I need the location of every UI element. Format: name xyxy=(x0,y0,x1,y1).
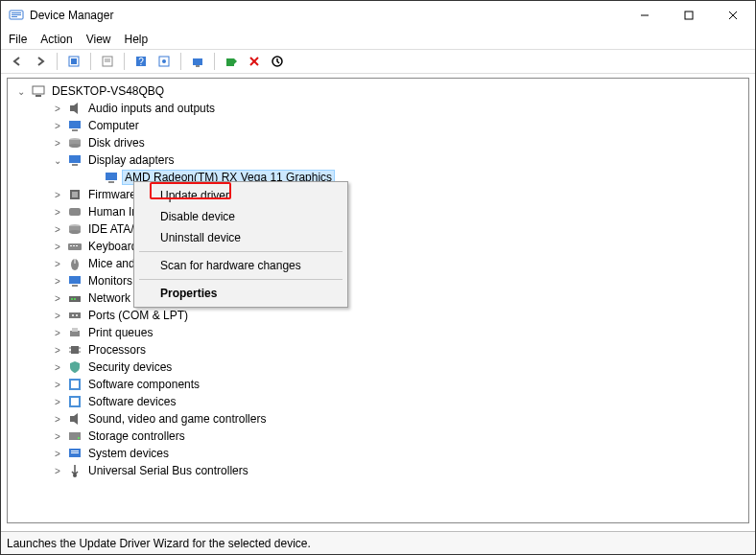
svg-rect-19 xyxy=(226,58,234,66)
update-driver-button[interactable] xyxy=(221,51,242,72)
chevron-right-icon[interactable]: > xyxy=(52,414,63,425)
tree-item[interactable]: >Print queues xyxy=(52,324,748,341)
tree-item[interactable]: >Computer xyxy=(52,117,748,134)
toolbar: ? xyxy=(1,49,755,74)
speaker-icon xyxy=(67,411,83,427)
tree-item[interactable]: >Disk drives xyxy=(52,134,748,151)
chevron-right-icon[interactable]: > xyxy=(52,224,63,235)
chevron-right-icon[interactable]: > xyxy=(52,293,63,304)
tree-item[interactable]: >Ports (COM & LPT) xyxy=(52,307,748,324)
action-button[interactable] xyxy=(154,51,175,72)
chevron-right-icon[interactable]: > xyxy=(52,345,63,356)
svg-rect-57 xyxy=(71,346,79,354)
tree-item-label: Software devices xyxy=(86,395,177,408)
svg-rect-23 xyxy=(33,86,44,94)
chevron-right-icon[interactable]: > xyxy=(52,362,63,373)
properties-button[interactable] xyxy=(97,51,118,72)
chevron-right-icon[interactable]: > xyxy=(52,138,63,149)
tree-item-label: Print queues xyxy=(86,326,154,339)
status-bar: Launches the Update Driver Wizard for th… xyxy=(1,531,755,554)
disable-button[interactable] xyxy=(267,51,288,72)
tree-item-label: Security devices xyxy=(86,360,174,374)
minimize-button[interactable] xyxy=(623,1,667,30)
svg-rect-65 xyxy=(71,398,79,405)
show-hidden-button[interactable] xyxy=(63,51,84,72)
tree-item-label: Processors xyxy=(86,343,148,357)
svg-rect-47 xyxy=(69,276,81,284)
tree-item[interactable]: >Software components xyxy=(52,376,748,393)
svg-rect-41 xyxy=(68,243,82,250)
chevron-right-icon[interactable]: > xyxy=(52,259,63,269)
context-scan-hardware[interactable]: Scan for hardware changes xyxy=(137,255,344,276)
tree-item[interactable]: >Software devices xyxy=(52,393,748,410)
status-text: Launches the Update Driver Wizard for th… xyxy=(7,537,311,550)
help-button[interactable]: ? xyxy=(130,51,152,72)
tree-item-label: Firmware xyxy=(86,188,138,201)
system-icon xyxy=(67,446,83,461)
tree-item-label: Computer xyxy=(86,119,141,132)
svg-rect-36 xyxy=(72,192,78,197)
chevron-right-icon[interactable]: > xyxy=(52,328,63,338)
port-icon xyxy=(67,308,83,323)
context-uninstall-device[interactable]: Uninstall device xyxy=(137,227,344,248)
menu-view[interactable]: View xyxy=(86,33,111,46)
chevron-right-icon[interactable]: > xyxy=(52,121,63,131)
chevron-down-icon[interactable]: ⌄ xyxy=(15,86,27,97)
chevron-right-icon[interactable]: > xyxy=(52,466,63,476)
chevron-right-icon[interactable]: > xyxy=(52,449,63,459)
tree-item[interactable]: >Processors xyxy=(52,341,748,358)
svg-rect-5 xyxy=(685,12,693,19)
svg-rect-18 xyxy=(196,65,200,67)
chevron-right-icon[interactable]: > xyxy=(52,104,63,114)
back-button[interactable] xyxy=(7,51,28,72)
context-separator xyxy=(139,279,343,280)
tree-item[interactable]: ⌄Display adapters xyxy=(52,151,748,169)
network-icon xyxy=(67,290,83,306)
svg-rect-42 xyxy=(70,245,72,246)
app-icon xyxy=(9,8,24,23)
svg-rect-33 xyxy=(106,173,117,180)
tree-item-label: Monitors xyxy=(86,274,134,288)
close-button[interactable] xyxy=(711,1,755,30)
svg-rect-37 xyxy=(69,208,81,216)
context-disable-device[interactable]: Disable device xyxy=(137,206,344,227)
chevron-right-icon[interactable]: > xyxy=(52,431,63,442)
menu-file[interactable]: File xyxy=(9,33,27,46)
chevron-right-icon[interactable]: > xyxy=(52,276,63,287)
device-tree-panel: ⌄ DESKTOP-VS48QBQ >Audio inputs and outp… xyxy=(7,78,749,523)
chevron-right-icon[interactable]: > xyxy=(52,397,63,407)
chevron-down-icon[interactable]: ⌄ xyxy=(52,155,63,166)
tree-item-label: Universal Serial Bus controllers xyxy=(86,464,250,477)
tree-item[interactable]: >Security devices xyxy=(52,358,748,376)
chip-icon xyxy=(67,187,83,202)
svg-point-72 xyxy=(73,474,77,477)
scan-hardware-button[interactable] xyxy=(187,51,208,72)
tree-item[interactable]: >Universal Serial Bus controllers xyxy=(52,462,748,479)
forward-button[interactable] xyxy=(30,51,51,72)
menu-action[interactable]: Action xyxy=(40,33,72,46)
monitor-icon xyxy=(104,170,119,185)
tree-root[interactable]: ⌄ DESKTOP-VS48QBQ xyxy=(15,82,748,100)
chevron-right-icon[interactable]: > xyxy=(52,242,63,252)
tree-item-label: Storage controllers xyxy=(86,429,187,443)
svg-rect-43 xyxy=(73,245,75,246)
chevron-right-icon[interactable]: > xyxy=(52,380,63,390)
menu-help[interactable]: Help xyxy=(125,33,149,46)
svg-rect-34 xyxy=(108,181,114,183)
uninstall-button[interactable] xyxy=(244,51,265,72)
chevron-right-icon[interactable]: > xyxy=(52,207,63,218)
window-title: Device Manager xyxy=(30,9,623,22)
chevron-right-icon[interactable]: > xyxy=(52,190,63,200)
svg-point-68 xyxy=(78,437,80,439)
chevron-right-icon[interactable]: > xyxy=(52,311,63,321)
context-update-driver[interactable]: Update driver xyxy=(137,185,344,206)
maximize-button[interactable] xyxy=(667,1,711,30)
software-icon xyxy=(67,394,83,409)
tree-item[interactable]: >System devices xyxy=(52,445,748,462)
tree-item[interactable]: >Storage controllers xyxy=(52,428,748,445)
svg-rect-3 xyxy=(12,16,17,17)
tree-item[interactable]: >Audio inputs and outputs xyxy=(52,100,748,117)
context-properties[interactable]: Properties xyxy=(137,283,344,304)
tree-item[interactable]: >Sound, video and game controllers xyxy=(52,410,748,428)
svg-rect-31 xyxy=(69,155,81,163)
